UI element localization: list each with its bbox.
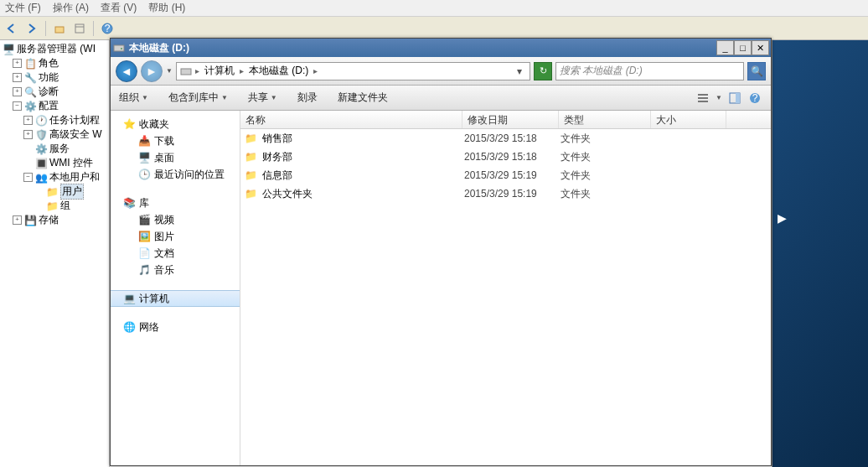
title-bar[interactable]: 本地磁盘 (D:) _ □ ✕	[111, 39, 771, 57]
search-button[interactable]: 🔍	[747, 62, 766, 80]
help-icon[interactable]: ?	[747, 91, 762, 106]
expand-icon[interactable]: +	[13, 87, 22, 96]
tree-roles[interactable]: +📋角色	[0, 56, 109, 70]
chevron-right-icon[interactable]: ▸	[195, 66, 199, 75]
nav-documents[interactable]: 📄文档	[111, 245, 240, 262]
file-name: 销售部	[262, 132, 464, 146]
menu-action[interactable]: 操作 (A)	[53, 1, 89, 15]
file-row[interactable]: 📁销售部2015/3/29 15:18文件夹	[240, 129, 771, 148]
tree-config[interactable]: −⚙️配置	[0, 99, 109, 113]
wmi-icon: 🔳	[34, 157, 48, 170]
refresh-button[interactable]: ↻	[534, 62, 552, 80]
nav-back-button[interactable]: ◄	[116, 60, 137, 82]
organize-menu[interactable]: 组织▼	[119, 91, 148, 105]
file-name: 公共文件夹	[262, 187, 464, 201]
pictures-icon: 🖼️	[137, 230, 151, 243]
expand-icon[interactable]: +	[13, 73, 22, 82]
file-row[interactable]: 📁财务部2015/3/29 15:18文件夹	[240, 148, 771, 166]
tree-services[interactable]: ⚙️服务	[0, 142, 109, 156]
nav-forward-button[interactable]: ►	[141, 60, 163, 82]
tree-root[interactable]: 🖥️服务器管理器 (WI	[0, 42, 109, 56]
navigation-pane[interactable]: ⭐收藏夹 📥下载 🖥️桌面 🕒最近访问的位置 📚库 🎬视频 🖼️图片 📄文档 🎵…	[111, 111, 240, 465]
crumb-computer[interactable]: 计算机	[203, 64, 236, 78]
nav-desktop[interactable]: 🖥️桌面	[111, 149, 240, 166]
share-menu[interactable]: 共享▼	[248, 91, 277, 105]
collapse-icon[interactable]: −	[13, 101, 22, 111]
menu-file[interactable]: 文件 (F)	[5, 1, 41, 15]
nav-music[interactable]: 🎵音乐	[111, 262, 240, 278]
chevron-right-icon[interactable]: ▸	[313, 66, 318, 75]
col-size[interactable]: 大小	[651, 111, 726, 128]
desktop-icon: 🖥️	[137, 151, 151, 164]
svg-text:?: ?	[752, 92, 758, 104]
column-headers[interactable]: 名称 修改日期 类型 大小	[240, 111, 771, 129]
tree-groups[interactable]: 📁组	[0, 199, 109, 213]
show-hide-button[interactable]	[71, 20, 88, 37]
back-button[interactable]	[3, 20, 20, 37]
close-button[interactable]: ✕	[752, 40, 769, 55]
breadcrumb-bar[interactable]: ▸ 计算机 ▸ 本地磁盘 (D:) ▸ ▾	[176, 62, 530, 80]
server-manager-tree[interactable]: 🖥️服务器管理器 (WI +📋角色 +🔧功能 +🔍诊断 −⚙️配置 +🕐任务计划…	[0, 40, 110, 467]
svg-rect-7	[181, 69, 191, 75]
up-button[interactable]	[51, 20, 68, 37]
drive-icon	[180, 65, 192, 77]
tree-features[interactable]: +🔧功能	[0, 70, 109, 85]
diagnostics-icon: 🔍	[23, 86, 37, 99]
file-list[interactable]: 名称 修改日期 类型 大小 📁销售部2015/3/29 15:18文件夹📁财务部…	[240, 111, 771, 465]
features-icon: 🔧	[23, 71, 37, 85]
nav-favorites[interactable]: ⭐收藏夹	[111, 116, 240, 132]
file-row[interactable]: 📁公共文件夹2015/3/29 15:19文件夹	[240, 184, 771, 203]
file-row[interactable]: 📁信息部2015/3/29 15:19文件夹	[240, 166, 771, 184]
forward-button[interactable]	[23, 20, 40, 37]
help-button[interactable]: ?	[99, 20, 116, 37]
menu-view[interactable]: 查看 (V)	[101, 1, 137, 15]
address-dropdown[interactable]: ▾	[513, 65, 526, 77]
tree-storage[interactable]: +💾存储	[0, 213, 109, 227]
view-options-button[interactable]	[695, 91, 710, 106]
preview-pane-button[interactable]	[727, 91, 742, 106]
nav-network[interactable]: 🌐网络	[111, 319, 240, 335]
nav-pictures[interactable]: 🖼️图片	[111, 228, 240, 245]
new-folder-button[interactable]: 新建文件夹	[338, 91, 388, 105]
burn-button[interactable]: 刻录	[297, 91, 318, 105]
col-type[interactable]: 类型	[559, 111, 651, 128]
expand-icon[interactable]: +	[13, 59, 22, 68]
tree-diagnostics[interactable]: +🔍诊断	[0, 85, 109, 99]
col-date[interactable]: 修改日期	[462, 111, 559, 128]
include-menu[interactable]: 包含到库中▼	[168, 91, 228, 105]
expand-icon[interactable]: +	[23, 116, 33, 125]
minimize-button[interactable]: _	[716, 40, 734, 55]
expand-icon[interactable]: +	[13, 215, 22, 225]
svg-rect-8	[698, 94, 708, 96]
tree-advsec[interactable]: +🛡️高级安全 W	[0, 127, 109, 142]
nav-history-dropdown[interactable]: ▼	[166, 67, 173, 75]
menu-help[interactable]: 帮助 (H)	[148, 1, 185, 15]
chevron-right-icon[interactable]: ▸	[240, 66, 244, 75]
folder-icon: 📁	[244, 187, 257, 200]
tree-users[interactable]: 📁用户	[0, 184, 109, 199]
chevron-down-icon[interactable]: ▼	[716, 94, 722, 101]
nav-downloads[interactable]: 📥下载	[111, 132, 240, 149]
computer-icon: 💻	[122, 292, 136, 305]
expand-icon[interactable]: +	[23, 130, 33, 139]
nav-recent[interactable]: 🕒最近访问的位置	[111, 166, 240, 183]
expand-chevron-icon[interactable]: ▶	[778, 211, 787, 225]
server-icon: 🖥️	[2, 43, 15, 56]
collapse-icon[interactable]: −	[23, 173, 33, 182]
config-icon: ⚙️	[23, 100, 37, 113]
nav-videos[interactable]: 🎬视频	[111, 211, 240, 228]
toolbar-divider	[45, 21, 46, 36]
search-input[interactable]: 搜索 本地磁盘 (D:)	[555, 62, 744, 80]
tree-wmi[interactable]: 🔳WMI 控件	[0, 156, 109, 170]
svg-rect-12	[736, 93, 740, 103]
tree-tasksched[interactable]: +🕐任务计划程	[0, 113, 109, 127]
maximize-button[interactable]: □	[734, 40, 752, 55]
crumb-drive[interactable]: 本地磁盘 (D:)	[247, 64, 310, 78]
chevron-down-icon: ▼	[142, 94, 148, 101]
clock-icon: 🕐	[34, 114, 48, 127]
tree-localusers[interactable]: −👥本地用户和	[0, 170, 109, 184]
nav-libraries[interactable]: 📚库	[111, 195, 240, 211]
nav-computer[interactable]: 💻计算机	[111, 290, 240, 307]
col-name[interactable]: 名称	[240, 111, 462, 128]
file-name: 财务部	[262, 150, 464, 164]
